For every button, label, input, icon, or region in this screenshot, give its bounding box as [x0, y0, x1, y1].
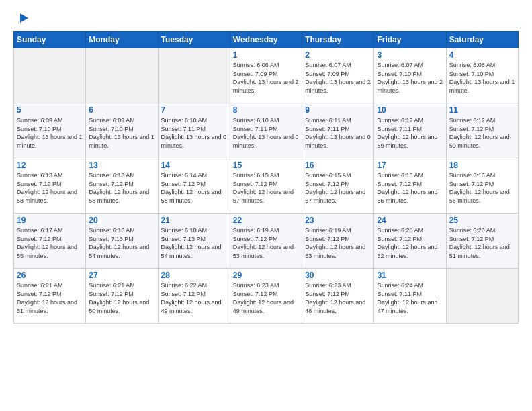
calendar-cell: 4Sunrise: 6:08 AM Sunset: 7:10 PM Daylig…: [446, 48, 518, 103]
calendar-cell: [86, 48, 158, 103]
day-info: Sunrise: 6:21 AM Sunset: 7:12 PM Dayligh…: [17, 281, 83, 315]
day-number: 25: [449, 216, 515, 225]
day-header-thursday: Thursday: [302, 32, 374, 48]
calendar-cell: 29Sunrise: 6:23 AM Sunset: 7:12 PM Dayli…: [230, 269, 302, 324]
day-info: Sunrise: 6:16 AM Sunset: 7:12 PM Dayligh…: [377, 171, 443, 205]
day-info: Sunrise: 6:11 AM Sunset: 7:11 PM Dayligh…: [305, 116, 371, 150]
day-number: 15: [233, 161, 299, 170]
day-info: Sunrise: 6:08 AM Sunset: 7:10 PM Dayligh…: [449, 61, 515, 95]
day-number: 21: [161, 216, 227, 225]
day-header-tuesday: Tuesday: [158, 32, 230, 48]
calendar-cell: 30Sunrise: 6:23 AM Sunset: 7:12 PM Dayli…: [302, 269, 374, 324]
day-info: Sunrise: 6:12 AM Sunset: 7:11 PM Dayligh…: [377, 116, 443, 150]
day-number: 31: [377, 271, 443, 280]
day-number: 11: [449, 105, 515, 115]
week-row-4: 19Sunrise: 6:17 AM Sunset: 7:12 PM Dayli…: [14, 214, 519, 269]
day-number: 5: [17, 105, 83, 115]
calendar-cell: 18Sunrise: 6:16 AM Sunset: 7:12 PM Dayli…: [446, 158, 518, 214]
day-info: Sunrise: 6:23 AM Sunset: 7:12 PM Dayligh…: [305, 281, 371, 315]
day-number: 3: [377, 50, 443, 60]
day-info: Sunrise: 6:15 AM Sunset: 7:12 PM Dayligh…: [233, 171, 299, 205]
calendar-cell: 6Sunrise: 6:09 AM Sunset: 7:10 PM Daylig…: [86, 103, 158, 158]
day-number: 30: [305, 271, 371, 280]
day-info: Sunrise: 6:18 AM Sunset: 7:13 PM Dayligh…: [89, 226, 154, 260]
day-header-friday: Friday: [374, 32, 446, 48]
week-row-3: 12Sunrise: 6:13 AM Sunset: 7:12 PM Dayli…: [14, 158, 519, 214]
day-number: 4: [449, 50, 515, 60]
day-number: 2: [305, 50, 371, 60]
calendar-cell: 25Sunrise: 6:20 AM Sunset: 7:12 PM Dayli…: [446, 214, 518, 269]
day-info: Sunrise: 6:20 AM Sunset: 7:12 PM Dayligh…: [377, 226, 443, 260]
day-info: Sunrise: 6:21 AM Sunset: 7:12 PM Dayligh…: [89, 281, 154, 315]
day-number: 24: [377, 216, 443, 225]
calendar-cell: 11Sunrise: 6:12 AM Sunset: 7:12 PM Dayli…: [446, 103, 518, 158]
day-info: Sunrise: 6:18 AM Sunset: 7:13 PM Dayligh…: [161, 226, 227, 260]
day-number: 17: [377, 161, 443, 170]
day-number: 9: [305, 105, 371, 115]
day-number: 10: [377, 105, 443, 115]
day-header-wednesday: Wednesday: [230, 32, 302, 48]
day-number: 27: [89, 271, 154, 280]
day-number: 22: [233, 216, 299, 225]
calendar-cell: 27Sunrise: 6:21 AM Sunset: 7:12 PM Dayli…: [86, 269, 158, 324]
day-header-monday: Monday: [86, 32, 158, 48]
day-number: 8: [233, 105, 299, 115]
day-info: Sunrise: 6:12 AM Sunset: 7:12 PM Dayligh…: [449, 116, 515, 150]
calendar-cell: [14, 48, 86, 103]
day-info: Sunrise: 6:10 AM Sunset: 7:11 PM Dayligh…: [161, 116, 227, 150]
day-number: 7: [161, 105, 227, 115]
calendar-cell: 3Sunrise: 6:07 AM Sunset: 7:10 PM Daylig…: [374, 48, 446, 103]
day-number: 18: [449, 161, 515, 170]
day-number: 6: [89, 105, 154, 115]
day-info: Sunrise: 6:10 AM Sunset: 7:11 PM Dayligh…: [233, 116, 299, 150]
calendar-cell: 31Sunrise: 6:24 AM Sunset: 7:11 PM Dayli…: [374, 269, 446, 324]
day-info: Sunrise: 6:20 AM Sunset: 7:12 PM Dayligh…: [449, 226, 515, 260]
calendar-cell: 28Sunrise: 6:22 AM Sunset: 7:12 PM Dayli…: [158, 269, 230, 324]
day-number: 29: [233, 271, 299, 280]
day-info: Sunrise: 6:15 AM Sunset: 7:12 PM Dayligh…: [305, 171, 371, 205]
day-info: Sunrise: 6:19 AM Sunset: 7:12 PM Dayligh…: [305, 226, 371, 260]
logo-icon: [15, 11, 30, 26]
day-info: Sunrise: 6:06 AM Sunset: 7:09 PM Dayligh…: [233, 61, 299, 95]
day-info: Sunrise: 6:24 AM Sunset: 7:11 PM Dayligh…: [377, 281, 443, 315]
day-number: 13: [89, 161, 154, 170]
calendar-cell: 14Sunrise: 6:14 AM Sunset: 7:12 PM Dayli…: [158, 158, 230, 214]
calendar-cell: 8Sunrise: 6:10 AM Sunset: 7:11 PM Daylig…: [230, 103, 302, 158]
day-number: 12: [17, 161, 83, 170]
week-row-1: 1Sunrise: 6:06 AM Sunset: 7:09 PM Daylig…: [14, 48, 519, 103]
day-info: Sunrise: 6:14 AM Sunset: 7:12 PM Dayligh…: [161, 171, 227, 205]
calendar-table: SundayMondayTuesdayWednesdayThursdayFrid…: [13, 31, 519, 324]
day-number: 1: [233, 50, 299, 60]
calendar-cell: 9Sunrise: 6:11 AM Sunset: 7:11 PM Daylig…: [302, 103, 374, 158]
day-number: 20: [89, 216, 154, 225]
calendar-cell: 13Sunrise: 6:13 AM Sunset: 7:12 PM Dayli…: [86, 158, 158, 214]
calendar-cell: 7Sunrise: 6:10 AM Sunset: 7:11 PM Daylig…: [158, 103, 230, 158]
day-info: Sunrise: 6:16 AM Sunset: 7:12 PM Dayligh…: [449, 171, 515, 205]
calendar-cell: 1Sunrise: 6:06 AM Sunset: 7:09 PM Daylig…: [230, 48, 302, 103]
logo: [13, 11, 30, 26]
day-number: 19: [17, 216, 83, 225]
days-header-row: SundayMondayTuesdayWednesdayThursdayFrid…: [14, 32, 519, 48]
day-info: Sunrise: 6:17 AM Sunset: 7:12 PM Dayligh…: [17, 226, 83, 260]
calendar-cell: 23Sunrise: 6:19 AM Sunset: 7:12 PM Dayli…: [302, 214, 374, 269]
calendar-cell: 20Sunrise: 6:18 AM Sunset: 7:13 PM Dayli…: [86, 214, 158, 269]
day-number: 26: [17, 271, 83, 280]
calendar-cell: 26Sunrise: 6:21 AM Sunset: 7:12 PM Dayli…: [14, 269, 86, 324]
calendar-cell: 2Sunrise: 6:07 AM Sunset: 7:09 PM Daylig…: [302, 48, 374, 103]
day-info: Sunrise: 6:13 AM Sunset: 7:12 PM Dayligh…: [89, 171, 154, 205]
calendar-cell: 19Sunrise: 6:17 AM Sunset: 7:12 PM Dayli…: [14, 214, 86, 269]
calendar-cell: 10Sunrise: 6:12 AM Sunset: 7:11 PM Dayli…: [374, 103, 446, 158]
calendar-cell: 22Sunrise: 6:19 AM Sunset: 7:12 PM Dayli…: [230, 214, 302, 269]
calendar-cell: 21Sunrise: 6:18 AM Sunset: 7:13 PM Dayli…: [158, 214, 230, 269]
day-info: Sunrise: 6:07 AM Sunset: 7:09 PM Dayligh…: [305, 61, 371, 95]
svg-marker-0: [20, 13, 28, 23]
calendar-cell: 17Sunrise: 6:16 AM Sunset: 7:12 PM Dayli…: [374, 158, 446, 214]
day-number: 23: [305, 216, 371, 225]
day-info: Sunrise: 6:22 AM Sunset: 7:12 PM Dayligh…: [161, 281, 227, 315]
calendar-cell: 15Sunrise: 6:15 AM Sunset: 7:12 PM Dayli…: [230, 158, 302, 214]
day-number: 28: [161, 271, 227, 280]
main-container: SundayMondayTuesdayWednesdayThursdayFrid…: [0, 0, 532, 330]
calendar-cell: [446, 269, 518, 324]
day-header-saturday: Saturday: [446, 32, 518, 48]
day-info: Sunrise: 6:13 AM Sunset: 7:12 PM Dayligh…: [17, 171, 83, 205]
